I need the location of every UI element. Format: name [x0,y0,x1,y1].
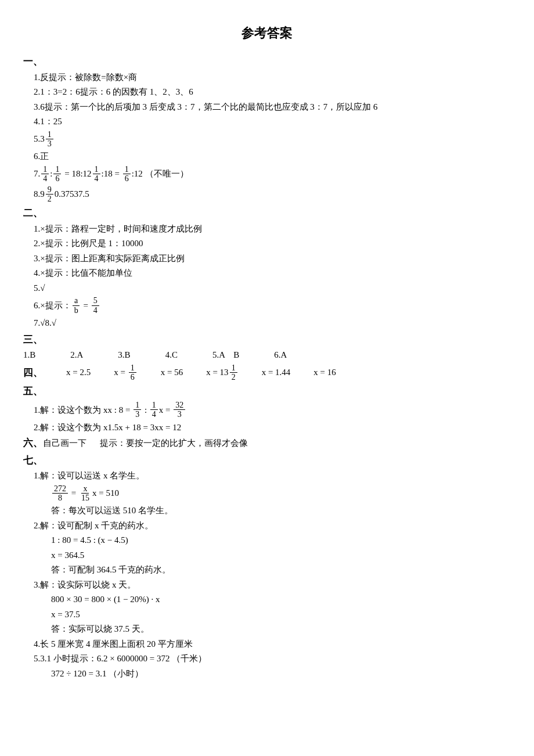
num: 6. [34,150,40,163]
fraction: x15 [80,484,91,503]
num: 1. [34,222,40,236]
s5-item-2: 2. 解：设这个数为 x 1.5x + 18 = 3x x = 12 [34,421,511,434]
s1-item-7: 7. 14 : 16 = 18:12 14 :18 = 16 :12 （不唯一） [34,165,511,183]
fraction: ab [73,296,80,315]
section-3-heading: 三、 [23,332,511,347]
num: 1. [34,469,40,483]
num: 4. [34,115,40,128]
s3-row: 1. B 2. A 3. B 4. C 5. A B 6. A [23,348,511,362]
fraction: 2728 [52,484,68,503]
s7-q3-eq1: 800 × 30 = 800 × (1 − 20%) · x [51,593,511,606]
num: 2. [34,85,40,99]
num: 1. [34,71,40,84]
answer: √ [40,282,45,295]
s7-q2-ans: 答：可配制 364.5 千克的药水。 [51,563,511,577]
num: 6. [34,299,40,312]
hint: 提示：第一个比的后项加 3 后变成 3：7，第二个比的最简比也应变成 3：7，所… [45,100,378,114]
s7-q1-ans: 答：每次可以运送 510 名学生。 [51,504,511,517]
answer: 1：25 [40,115,62,128]
answer: √ [52,316,56,330]
s3-item: 2. A [70,348,83,362]
answer: × [40,222,45,236]
num: 3. [34,252,40,265]
answer: 9 [40,188,45,201]
answer-text: 答：实际可以烧 37.5 天。 [51,622,149,636]
s2-item-4: 4. × 提示：比值不能加单位 [34,267,511,280]
eq: 1 : 80 = 4.5 : (x − 4.5) [51,534,128,547]
section-4-heading: 四、 [23,365,43,380]
s1-item-4: 4. 1：25 [34,115,511,128]
s2-item-3: 3. × 提示：图上距离和实际距离成正比例 [34,252,511,265]
eq: x : 8 = 13 : 14 [108,401,159,419]
hint: 提示：被除数=除数×商 [49,71,137,84]
fraction: 54 [92,296,99,315]
num: 3. [34,100,40,114]
fraction: 14 [93,165,100,183]
section-4-row: 四、 x = 2.5 x = 16 x = 56 x = 13 12 x = 1… [23,363,511,382]
s2-item-1: 1. × 提示：路程一定时，时间和速度才成比例 [34,222,511,236]
hint: 提示：6 的因数有 1、2、3、6 [80,85,193,99]
s7-q5-line2: 372 ÷ 120 = 3.1 （小时） [51,667,511,681]
s7-q2-set: 2. 解：设可配制 x 千克的药水。 [34,519,511,532]
answer: 反 [40,71,49,84]
s4-item: x = 16 [114,363,137,382]
eq: :12 （不唯一） [132,167,189,181]
hint-prefix: 提示： [45,299,71,312]
s1-item-5: 5. 3 1 3 [34,130,511,149]
solution: x = 12 [159,421,181,434]
num: 4. [34,638,40,651]
hint: 提示：比值不能加单位 [45,267,132,280]
s3-item: 6. A [274,348,287,362]
s1-item-3: 3. 6 提示：第一个比的后项加 3 后变成 3：7，第二个比的最简比也应变成 … [34,100,511,114]
answer: 1：3=2：6 [40,85,80,99]
num: 4. [34,267,40,280]
s2-item-6: 6. × 提示： ab = 54 [34,296,511,315]
s7-q5-line1: 5. 3.1 小时 提示： 6.2 × 6000000 = 372 （千米） [34,652,511,665]
answer: 3 [40,132,45,146]
s7-q4: 4. 长 5 厘米 宽 4 厘米 图上面积 20 平方厘米 [34,638,511,651]
s7-q3-eq2: x = 37.5 [51,608,511,621]
s3-item: 4. C [165,348,178,362]
answer: 3.1 小时 [40,652,71,665]
s2-item-7-8: 7. √ 8. √ [34,316,511,330]
s7-q1-set: 1. 解：设可以运送 x 名学生。 [34,469,511,483]
s7-q2-eq1: 1 : 80 = 4.5 : (x − 4.5) [51,534,511,547]
answer-text: 答：可配制 364.5 千克的药水。 [51,563,171,577]
answer: 长 5 厘米 [40,638,75,651]
setup: 解：设实际可以烧 x 天。 [40,578,136,592]
num: 7. [34,316,40,330]
s3-item: 1. B [23,348,35,362]
eq: = 18:12 [62,167,91,181]
section-6-heading: 六、 [23,435,43,451]
fraction: 92 [46,185,53,204]
fraction: 16 [53,165,61,183]
num: 3. [34,578,40,592]
fraction: 14 [150,401,158,419]
s1-item-6: 6. 正 [34,150,511,163]
fraction: 16 [129,363,136,382]
fraction: 13 [134,401,141,419]
eq: 800 × 30 = 800 × (1 − 20%) · x [51,593,160,606]
answer: × [40,237,45,250]
answer: × [40,299,45,312]
section-5-heading: 五、 [23,384,511,399]
answer: 6 [40,100,45,114]
answer: 0.375 [55,188,74,201]
answer: × [40,267,45,280]
answer: × [40,252,45,265]
s4-item: x = 1.44 [262,366,291,379]
answer: 宽 4 厘米 [75,638,110,651]
s7-q3-set: 3. 解：设实际可以烧 x 天。 [34,578,511,592]
setup: 解：设这个数为 x [40,421,107,434]
num: 5. [34,282,40,295]
num: 2. [34,421,40,434]
eq: 1.5x + 18 = 3x [108,421,159,434]
num: 5. [34,132,40,146]
num: 1. [34,404,40,417]
s4-item: x = 56 [161,366,183,379]
num: 2. [34,237,40,250]
answer-text: 答：每次可以运送 510 名学生。 [51,504,173,517]
num: 8. [45,316,51,330]
num: 8. [34,188,40,201]
s5-item-1: 1. 解：设这个数为 x x : 8 = 13 : 14 x = 323 [34,401,511,419]
